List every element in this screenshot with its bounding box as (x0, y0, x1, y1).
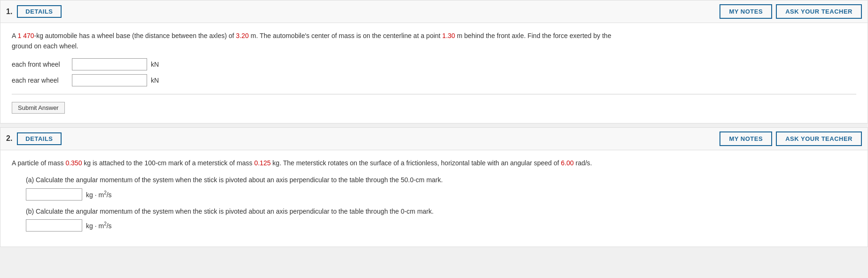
problem-1-number: 1. (6, 8, 12, 16)
problem-2-sub-b-input[interactable] (26, 219, 82, 232)
problem-2-sub-a-input[interactable] (26, 188, 82, 201)
problem-2-text-part-1: A particle of mass (12, 159, 65, 167)
problem-1-divider (12, 94, 856, 94)
problem-2-sub-b-unit: kg · m2/s (86, 221, 112, 230)
problem-2-header: 2. DETAILS MY NOTES ASK YOUR TEACHER (0, 128, 868, 150)
page-container: 1. DETAILS MY NOTES ASK YOUR TEACHER A 1… (0, 0, 868, 247)
problem-1-highlight-1: 1 470 (17, 32, 34, 39)
problem-1-highlight-3: 1.30 (442, 32, 455, 39)
problem-1-front-wheel-unit: kN (151, 61, 159, 68)
problem-2-header-buttons: MY NOTES ASK YOUR TEACHER (719, 131, 862, 146)
problem-1-details-button[interactable]: DETAILS (17, 5, 61, 18)
problem-1-text-part-3: m. The automobile's center of mass is on… (249, 32, 442, 39)
problem-2-sub-question-b-text: (b) Calculate the angular momentum of th… (26, 206, 856, 216)
problem-2-sub-question-a-text: (a) Calculate the angular momentum of th… (26, 175, 856, 185)
problem-1-front-wheel-label: each front wheel (12, 61, 68, 68)
problem-1-rear-wheel-label: each rear wheel (12, 77, 68, 84)
problem-2-sub-questions: (a) Calculate the angular momentum of th… (12, 175, 856, 232)
problem-1-number-details: 1. DETAILS (6, 5, 62, 18)
problem-2-sub-a-unit: kg · m2/s (86, 190, 112, 199)
problem-1-section: 1. DETAILS MY NOTES ASK YOUR TEACHER A 1… (0, 0, 868, 124)
problem-1-my-notes-button[interactable]: MY NOTES (719, 4, 772, 19)
problem-2-details-button[interactable]: DETAILS (17, 132, 61, 145)
problem-1-front-wheel-row: each front wheel kN (12, 58, 856, 70)
problem-2-my-notes-button[interactable]: MY NOTES (719, 131, 772, 146)
problem-2-sub-a-input-row: kg · m2/s (26, 188, 856, 201)
problem-1-rear-wheel-unit: kN (151, 77, 159, 84)
problem-2-ask-teacher-button[interactable]: ASK YOUR TEACHER (776, 131, 862, 146)
problem-2-text: A particle of mass 0.350 kg is attached … (12, 158, 856, 168)
problem-1-header-buttons: MY NOTES ASK YOUR TEACHER (719, 4, 862, 19)
problem-2-number-details: 2. DETAILS (6, 132, 62, 145)
problem-2-text-part-3: kg. The meterstick rotates on the surfac… (271, 159, 561, 167)
problem-2-text-part-2: kg is attached to the 100-cm mark of a m… (82, 159, 254, 167)
problem-1-front-wheel-input[interactable] (72, 58, 147, 70)
problem-1-body: A 1 470-kg automobile has a wheel base (… (0, 23, 868, 123)
problem-1-rear-wheel-row: each rear wheel kN (12, 74, 856, 86)
problem-2-highlight-1: 0.350 (65, 159, 82, 167)
problem-2-sub-question-b: (b) Calculate the angular momentum of th… (26, 206, 856, 232)
problem-1-submit-button[interactable]: Submit Answer (12, 102, 65, 114)
problem-2-body: A particle of mass 0.350 kg is attached … (0, 150, 868, 247)
problem-1-ask-teacher-button[interactable]: ASK YOUR TEACHER (776, 4, 862, 19)
problem-2-sub-b-input-row: kg · m2/s (26, 219, 856, 232)
problem-1-rear-wheel-input[interactable] (72, 74, 147, 86)
problem-2-highlight-3: 6.00 (561, 159, 574, 167)
problem-2-text-part-4: rad/s. (574, 159, 592, 167)
problem-2-section: 2. DETAILS MY NOTES ASK YOUR TEACHER A p… (0, 127, 868, 247)
problem-1-text-part-1: A (12, 32, 17, 39)
problem-2-number: 2. (6, 134, 12, 143)
problem-2-highlight-2: 0.125 (254, 159, 271, 167)
problem-1-text: A 1 470-kg automobile has a wheel base (… (12, 31, 856, 52)
problem-1-text-part-2: -kg automobile has a wheel base (the dis… (34, 32, 236, 39)
problem-2-sub-question-a: (a) Calculate the angular momentum of th… (26, 175, 856, 200)
problem-1-highlight-2: 3.20 (236, 32, 249, 39)
problem-1-header: 1. DETAILS MY NOTES ASK YOUR TEACHER (0, 0, 868, 23)
